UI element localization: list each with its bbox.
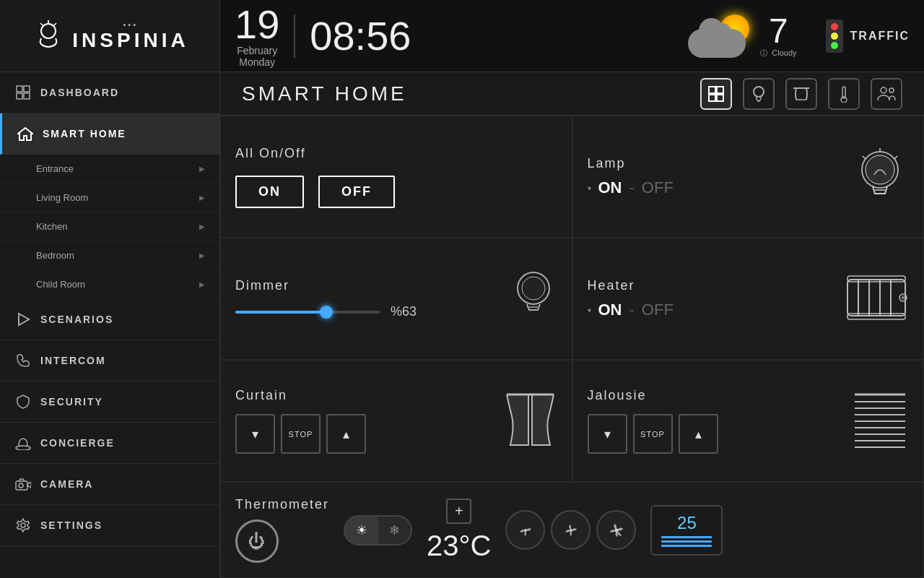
sidebar-item-camera[interactable]: CAMERA <box>0 464 219 505</box>
temp-plus-button[interactable]: + <box>446 499 471 524</box>
jalousie-stop-btn[interactable]: STOP <box>633 414 673 454</box>
subnav-child-room[interactable]: Child Room ▶ <box>0 270 219 299</box>
sidebar-item-scenarios[interactable]: SCENARIOS <box>0 299 219 340</box>
dimmer-title: Dimmer <box>235 278 289 293</box>
bulb-view-btn[interactable] <box>743 78 775 110</box>
lamp-state-on[interactable]: ON <box>598 178 622 197</box>
subnav-bedroom[interactable]: Bedroom ▶ <box>0 241 219 270</box>
heat-mode-btn[interactable]: ☀ <box>345 517 378 544</box>
main-content: 19 February Monday 08:56 7 ⓘ Cloudy <box>220 0 924 578</box>
living-room-label: Living Room <box>36 192 88 203</box>
grid-view-btn[interactable] <box>700 78 732 110</box>
dimmer-card: Dimmer %63 <box>220 238 572 360</box>
sidebar-item-security[interactable]: SECURITY <box>0 381 219 423</box>
logo-area: ▪▪▪ INSPINIA <box>0 0 219 72</box>
concierge-label: CONCIERGE <box>40 437 115 449</box>
svg-point-25 <box>841 97 847 103</box>
time-divider <box>294 14 295 58</box>
heater-sep: - <box>629 301 635 319</box>
date-block: 19 February Monday <box>235 4 279 68</box>
play-icon <box>14 311 32 328</box>
svg-line-2 <box>53 23 56 26</box>
heater-state-on[interactable]: ON <box>598 301 622 319</box>
tl-green <box>831 42 838 49</box>
svg-rect-5 <box>24 86 30 92</box>
sidebar-item-smart-home[interactable]: SMART HOME <box>0 113 219 155</box>
people-view-btn[interactable] <box>871 78 902 110</box>
heater-dropdown-arrow[interactable]: ▾ <box>588 306 591 314</box>
cool-mode-btn[interactable]: ❄ <box>378 517 411 544</box>
jalousie-buttons: ▾ STOP ▴ <box>588 414 845 454</box>
curtain-title: Curtain <box>235 388 287 402</box>
ac-line-2 <box>661 540 712 543</box>
fan-high-btn[interactable] <box>596 510 636 550</box>
thermo-title: Thermometer <box>235 497 329 512</box>
thermo-power-btn[interactable]: ⏻ <box>235 519 279 563</box>
jalousie-left: Jalousie ▾ STOP ▴ <box>588 388 845 454</box>
traffic-block[interactable]: TRAFFIC <box>826 20 910 53</box>
sidebar-item-concierge[interactable]: CONCIERGE <box>0 423 219 464</box>
ac-lines <box>661 536 712 547</box>
heater-state-off[interactable]: OFF <box>642 301 674 319</box>
security-label: SECURITY <box>40 396 103 407</box>
dashboard-label: DASHBOARD <box>40 87 119 98</box>
sidebar-item-intercom[interactable]: INTERCOM <box>0 340 219 381</box>
svg-rect-17 <box>709 95 715 101</box>
weather-info: 7 ⓘ Cloudy <box>760 14 796 59</box>
dimmer-percent: %63 <box>391 304 417 319</box>
topbar: 19 February Monday 08:56 7 ⓘ Cloudy <box>220 0 924 72</box>
svg-point-13 <box>19 483 23 488</box>
sidebar-item-settings[interactable]: SETTINGS <box>0 505 219 546</box>
svg-point-59 <box>524 529 527 532</box>
entrance-label: Entrance <box>36 163 74 174</box>
temp-view-btn[interactable] <box>828 78 860 110</box>
lamp-sep: - <box>629 178 635 197</box>
thermo-left: Thermometer ⏻ <box>235 497 329 563</box>
lamp-state-off[interactable]: OFF <box>642 178 674 197</box>
all-on-button[interactable]: ON <box>235 176 304 208</box>
child-room-label: Child Room <box>36 279 85 290</box>
all-off-button[interactable]: OFF <box>318 176 395 208</box>
svg-point-36 <box>522 277 545 300</box>
phone-icon <box>14 352 32 369</box>
fan-med-btn[interactable] <box>551 510 590 550</box>
cloud-icon <box>688 29 746 58</box>
curtain-left: Curtain ▾ STOP ▴ <box>235 388 496 454</box>
ac-temp-value: 25 <box>677 513 697 533</box>
svg-rect-15 <box>709 87 715 93</box>
curtain-up-btn[interactable]: ▴ <box>326 414 366 454</box>
dimmer-slider-track[interactable] <box>235 311 380 314</box>
bulb-icon <box>855 144 905 210</box>
subnav-kitchen[interactable]: Kitchen ▶ <box>0 212 219 241</box>
date-number: 19 <box>235 4 279 45</box>
date-month: February Monday <box>235 45 279 68</box>
dimmer-slider-area: %63 <box>235 304 503 319</box>
svg-marker-8 <box>18 128 32 140</box>
subnav-living-room[interactable]: Living Room ▶ <box>0 184 219 212</box>
svg-point-26 <box>881 87 886 93</box>
sidebar-item-dashboard[interactable]: DASHBOARD <box>0 72 219 113</box>
smart-home-label: SMART HOME <box>43 128 126 139</box>
jalousie-down-btn[interactable]: ▾ <box>588 414 627 454</box>
onoff-buttons: ON OFF <box>235 176 557 208</box>
dimmer-slider-thumb[interactable] <box>320 306 333 319</box>
kitchen-label: Kitchen <box>36 221 67 232</box>
hat-icon <box>14 434 32 452</box>
weather-icon-area <box>688 11 753 61</box>
fan-low-btn[interactable] <box>505 510 545 550</box>
home-icon <box>17 125 34 142</box>
curtain-down-btn[interactable]: ▾ <box>235 414 275 454</box>
sidebar: ▪▪▪ INSPINIA DASHBOARD SMART HOME Entran… <box>0 0 220 578</box>
tl-red <box>831 23 838 30</box>
curtain-buttons: ▾ STOP ▴ <box>235 414 496 454</box>
svg-point-10 <box>16 446 30 450</box>
jalousie-card: Jalousie ▾ STOP ▴ <box>572 360 925 482</box>
lamp-dropdown-arrow[interactable]: ▾ <box>588 184 591 192</box>
dimmer-left: Dimmer %63 <box>235 278 503 319</box>
subnav-entrance[interactable]: Entrance ▶ <box>0 155 219 184</box>
logo-top: ▪▪▪ <box>72 20 188 29</box>
svg-rect-7 <box>24 93 30 99</box>
curtain-view-btn[interactable] <box>785 78 817 110</box>
jalousie-up-btn[interactable]: ▴ <box>679 414 718 454</box>
curtain-stop-btn[interactable]: STOP <box>281 414 321 454</box>
